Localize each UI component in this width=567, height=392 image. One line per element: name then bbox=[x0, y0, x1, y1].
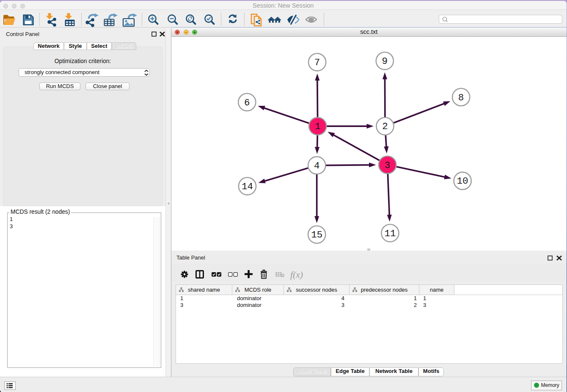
svg-text:f(x): f(x) bbox=[290, 270, 303, 280]
svg-text:6: 6 bbox=[244, 97, 250, 108]
svg-text:15: 15 bbox=[311, 229, 322, 240]
svg-text:10: 10 bbox=[457, 176, 468, 187]
svg-text:3: 3 bbox=[385, 160, 391, 171]
svg-text:9: 9 bbox=[382, 56, 388, 67]
svg-text:14: 14 bbox=[242, 181, 253, 192]
svg-text:2: 2 bbox=[382, 121, 388, 132]
svg-text:1: 1 bbox=[315, 121, 321, 132]
svg-text:8: 8 bbox=[458, 92, 464, 103]
svg-text:7: 7 bbox=[314, 57, 320, 68]
svg-text:4: 4 bbox=[314, 160, 320, 171]
svg-text:11: 11 bbox=[384, 228, 396, 239]
